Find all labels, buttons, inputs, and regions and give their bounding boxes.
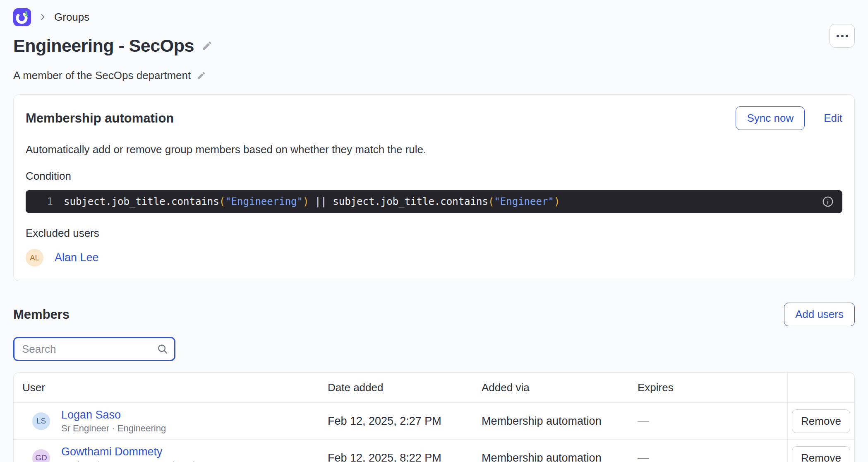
conductorone-logo-icon[interactable]: 1 — [13, 8, 31, 26]
condition-code-block: 1 subject.job_title.contains("Engineerin… — [26, 190, 842, 213]
member-subtitle: Sr Engineer · Engineering — [61, 423, 166, 434]
table-header-row: User Date added Added via Expires — [14, 373, 854, 403]
remove-member-button[interactable]: Remove — [792, 409, 850, 433]
remove-member-button[interactable]: Remove — [792, 446, 850, 462]
edit-automation-link[interactable]: Edit — [824, 112, 842, 125]
date-added-cell: Feb 12, 2025, 2:27 PM — [328, 415, 482, 428]
search-icon[interactable] — [156, 343, 169, 357]
expires-cell: — — [638, 452, 787, 462]
info-icon[interactable] — [822, 195, 834, 208]
subtitle-row: A member of the SecOps department — [13, 69, 855, 82]
members-header: Members Add users — [13, 303, 855, 326]
added-via-cell: Membership automation — [482, 415, 638, 428]
breadcrumb-item-groups[interactable]: Groups — [54, 11, 89, 24]
members-heading: Members — [13, 307, 70, 322]
search-input[interactable] — [13, 337, 175, 361]
title-row: Engineering - SecOps — [13, 36, 855, 56]
sync-now-button[interactable]: Sync now — [736, 106, 805, 130]
column-header-expires: Expires — [638, 381, 787, 394]
column-header-date-added: Date added — [328, 381, 482, 394]
groups-detail-page: 1 Groups Engineering - SecOps A member o… — [0, 0, 868, 462]
column-header-user: User — [14, 381, 328, 394]
page-title: Engineering - SecOps — [13, 36, 194, 56]
breadcrumb: 1 Groups — [13, 7, 855, 26]
avatar: AL — [26, 249, 43, 267]
condition-label: Condition — [26, 170, 842, 183]
automation-description: Automatically add or remove group member… — [26, 143, 842, 156]
members-search — [13, 337, 175, 361]
automation-card-title: Membership automation — [26, 111, 174, 126]
column-header-added-via: Added via — [482, 381, 638, 394]
table-row: GD Gowthami Dommety Engineering Manager … — [14, 440, 854, 462]
add-users-button[interactable]: Add users — [784, 303, 855, 326]
column-header-actions — [787, 373, 854, 402]
ellipsis-icon — [837, 35, 839, 37]
excluded-user-row: AL Alan Lee — [26, 249, 842, 267]
member-subtitle: Engineering Manager · Engineering — [61, 460, 205, 462]
svg-text:1: 1 — [24, 10, 28, 17]
members-table: User Date added Added via Expires LS Log… — [13, 372, 855, 462]
excluded-users-label: Excluded users — [26, 227, 842, 240]
member-name-link[interactable]: Logan Saso — [61, 409, 166, 421]
date-added-cell: Feb 12, 2025, 8:22 PM — [328, 452, 482, 462]
page-subtitle: A member of the SecOps department — [13, 69, 191, 82]
condition-expression: subject.job_title.contains("Engineering"… — [64, 196, 560, 207]
avatar: GD — [32, 449, 50, 462]
more-actions-button[interactable] — [830, 24, 855, 48]
excluded-user-link[interactable]: Alan Lee — [55, 251, 99, 264]
expires-cell: — — [638, 415, 787, 428]
chevron-right-icon — [38, 13, 47, 21]
edit-subtitle-pencil-icon[interactable] — [197, 71, 206, 80]
member-name-link[interactable]: Gowthami Dommety — [61, 445, 205, 458]
added-via-cell: Membership automation — [482, 452, 638, 462]
table-row: LS Logan Saso Sr Engineer · Engineering … — [14, 403, 854, 440]
avatar: LS — [32, 412, 50, 430]
code-line-number: 1 — [26, 196, 53, 207]
edit-title-pencil-icon[interactable] — [201, 40, 213, 51]
membership-automation-card: Membership automation Sync now Edit Auto… — [13, 94, 855, 281]
